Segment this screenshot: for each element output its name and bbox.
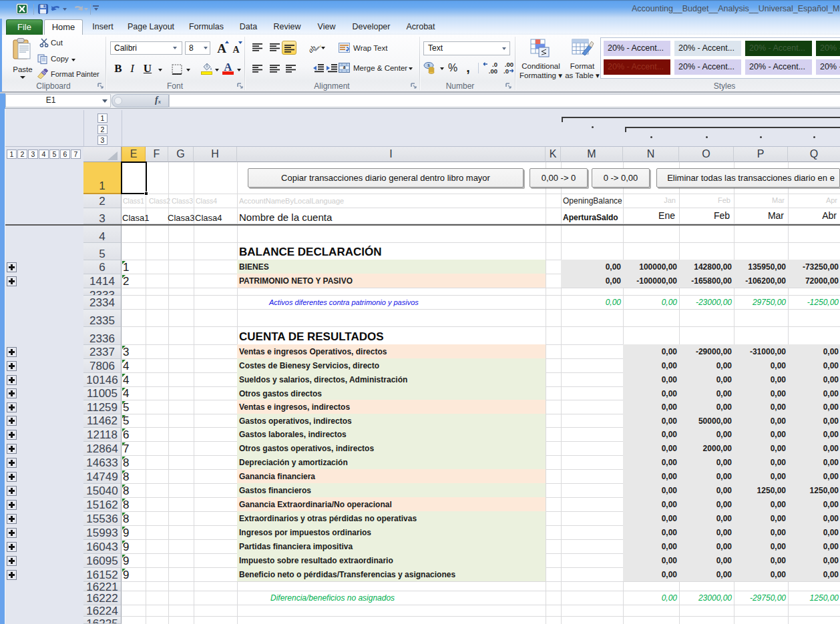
svg-text:a: a [343,64,346,70]
svg-text:.0: .0 [503,67,509,74]
svg-text:.00: .00 [489,67,497,74]
